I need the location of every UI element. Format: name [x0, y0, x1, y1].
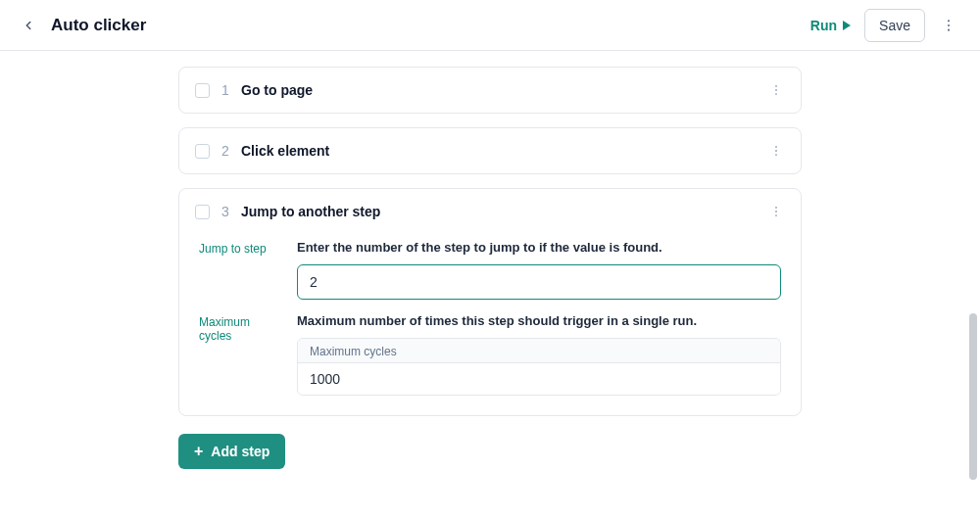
header-left: Auto clicker [20, 16, 146, 35]
scrollbar-track[interactable] [966, 0, 980, 518]
svg-point-3 [775, 85, 777, 87]
step-menu-button[interactable] [767, 81, 785, 99]
step-card-expanded: 3 Jump to another step Jump to step Ente… [178, 188, 802, 416]
svg-point-1 [948, 24, 950, 25]
form-field-col: Enter the number of the step to jump to … [297, 240, 781, 300]
back-button[interactable] [20, 17, 37, 34]
app-header: Auto clicker Run Save [0, 0, 980, 51]
add-step-label: Add step [211, 444, 270, 459]
main-content: 1 Go to page 2 Click element 3 [0, 51, 980, 493]
jump-to-step-help: Enter the number of the step to jump to … [297, 240, 781, 255]
step-header[interactable]: 2 Click element [179, 128, 801, 173]
jump-to-step-row: Jump to step Enter the number of the ste… [199, 240, 781, 300]
svg-point-5 [775, 93, 777, 95]
jump-to-step-label: Jump to step [199, 242, 281, 256]
step-card: 2 Click element [178, 127, 802, 174]
scrollbar-thumb[interactable] [969, 313, 977, 480]
max-cycles-label: Maximum cycles [199, 315, 281, 343]
form-field-col: Maximum number of times this step should… [297, 313, 781, 396]
run-label: Run [810, 18, 837, 33]
step-checkbox[interactable] [195, 205, 210, 219]
play-icon [843, 21, 851, 30]
add-step-button[interactable]: + Add step [178, 434, 285, 469]
form-label-col: Maximum cycles [199, 313, 281, 396]
page-title: Auto clicker [51, 16, 146, 35]
run-button[interactable]: Run [810, 18, 851, 33]
step-index: 3 [221, 204, 229, 219]
max-cycles-inner-label: Maximum cycles [298, 339, 780, 363]
step-title: Jump to another step [241, 204, 756, 219]
step-index: 2 [221, 143, 229, 159]
max-cycles-help: Maximum number of times this step should… [297, 313, 781, 328]
svg-point-2 [948, 28, 950, 30]
step-title: Go to page [241, 82, 756, 98]
kebab-icon [769, 205, 783, 218]
step-menu-button[interactable] [767, 142, 785, 160]
steps-list: 1 Go to page 2 Click element 3 [178, 67, 802, 469]
plus-icon: + [194, 444, 203, 459]
svg-point-0 [948, 20, 950, 22]
chevron-left-icon [22, 19, 35, 32]
svg-point-7 [775, 150, 777, 152]
step-header[interactable]: 1 Go to page [179, 68, 801, 113]
svg-point-11 [775, 214, 777, 216]
kebab-icon [941, 18, 956, 33]
svg-point-10 [775, 211, 777, 212]
kebab-icon [769, 83, 783, 97]
step-card: 1 Go to page [178, 67, 802, 114]
svg-point-6 [775, 146, 777, 148]
max-cycles-row: Maximum cycles Maximum number of times t… [199, 313, 781, 396]
save-button[interactable]: Save [864, 9, 925, 42]
max-cycles-input-wrap: Maximum cycles [297, 338, 781, 396]
form-label-col: Jump to step [199, 240, 281, 300]
header-right: Run Save [810, 9, 958, 42]
jump-to-step-input[interactable] [297, 264, 781, 300]
svg-point-8 [775, 154, 777, 156]
step-checkbox[interactable] [195, 144, 210, 159]
svg-point-4 [775, 89, 777, 91]
kebab-icon [769, 144, 783, 158]
header-menu-button[interactable] [939, 16, 958, 35]
max-cycles-input[interactable] [298, 363, 780, 395]
step-body: Jump to step Enter the number of the ste… [179, 234, 801, 415]
step-index: 1 [221, 82, 229, 98]
step-header[interactable]: 3 Jump to another step [179, 189, 801, 234]
step-title: Click element [241, 143, 756, 159]
svg-point-9 [775, 207, 777, 209]
step-menu-button[interactable] [767, 203, 785, 220]
step-checkbox[interactable] [195, 83, 210, 98]
